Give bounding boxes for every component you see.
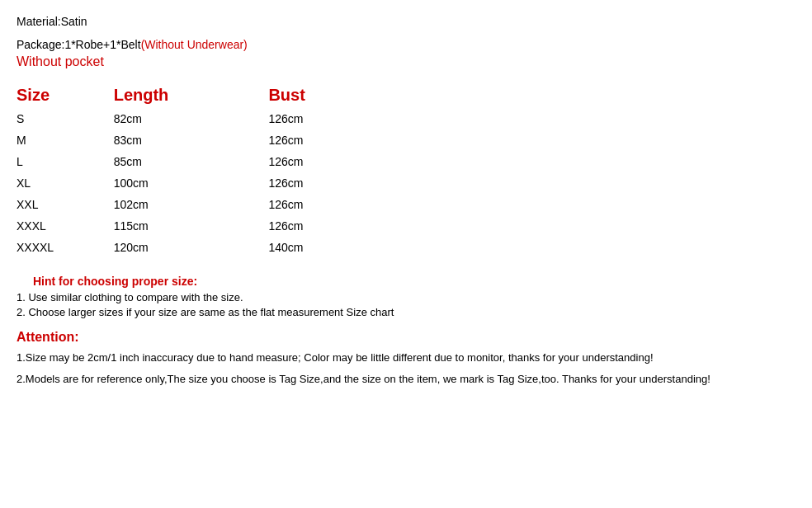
table-cell-bust: 126cm — [243, 194, 363, 215]
table-cell-bust: 126cm — [243, 129, 363, 151]
table-cell-length: 83cm — [89, 129, 244, 151]
package-note: (Without Underwear) — [141, 38, 248, 51]
table-cell-size: XXXXL — [17, 237, 89, 258]
col-bust-header: Bust — [243, 82, 363, 108]
table-cell-length: 102cm — [89, 194, 244, 215]
table-cell-size: XXL — [17, 194, 89, 215]
table-row: XXXXL120cm140cm — [17, 237, 363, 258]
material-value: Satin — [61, 15, 87, 28]
table-row: XXL102cm126cm — [17, 194, 363, 215]
table-cell-bust: 126cm — [243, 108, 363, 129]
table-cell-length: 115cm — [89, 215, 244, 237]
col-length-header: Length — [89, 82, 244, 108]
package-value: 1*Robe+1*Belt — [64, 38, 140, 51]
table-row: L85cm126cm — [17, 151, 363, 172]
table-cell-length: 82cm — [89, 108, 244, 129]
table-cell-bust: 126cm — [243, 172, 363, 194]
table-cell-length: 100cm — [89, 172, 244, 194]
table-cell-size: L — [17, 151, 89, 172]
table-cell-length: 120cm — [89, 237, 244, 258]
attention-item-2: 2.Models are for reference only,The size… — [17, 371, 795, 388]
hint-item-1: 1. Use similar clothing to compare with … — [17, 291, 795, 303]
table-cell-bust: 126cm — [243, 215, 363, 237]
without-pocket: Without pocket — [17, 54, 795, 69]
table-row: S82cm126cm — [17, 108, 363, 129]
table-row: XXXL115cm126cm — [17, 215, 363, 237]
package-line: Package:1*Robe+1*Belt(Without Underwear) — [17, 38, 795, 51]
col-size-header: Size — [17, 82, 89, 108]
hint-title: Hint for choosing proper size: — [17, 275, 795, 288]
material-label: Material: — [17, 15, 61, 28]
table-cell-bust: 126cm — [243, 151, 363, 172]
hint-section: Hint for choosing proper size: 1. Use si… — [17, 275, 795, 318]
table-cell-bust: 140cm — [243, 237, 363, 258]
table-cell-length: 85cm — [89, 151, 244, 172]
table-cell-size: M — [17, 129, 89, 151]
attention-item-1: 1.Size may be 2cm/1 inch inaccuracy due … — [17, 350, 795, 366]
table-row: XL100cm126cm — [17, 172, 363, 194]
table-cell-size: S — [17, 108, 89, 129]
table-row: M83cm126cm — [17, 129, 363, 151]
table-cell-size: XL — [17, 172, 89, 194]
hint-item-2: 2. Choose larger sizes if your size are … — [17, 306, 795, 318]
size-table: Size Length Bust S82cm126cmM83cm126cmL85… — [17, 82, 363, 258]
material-line: Material:Satin — [17, 15, 795, 28]
package-label: Package: — [17, 38, 64, 51]
attention-title: Attention: — [17, 330, 795, 345]
attention-section: Attention: 1.Size may be 2cm/1 inch inac… — [17, 330, 795, 387]
table-cell-size: XXXL — [17, 215, 89, 237]
